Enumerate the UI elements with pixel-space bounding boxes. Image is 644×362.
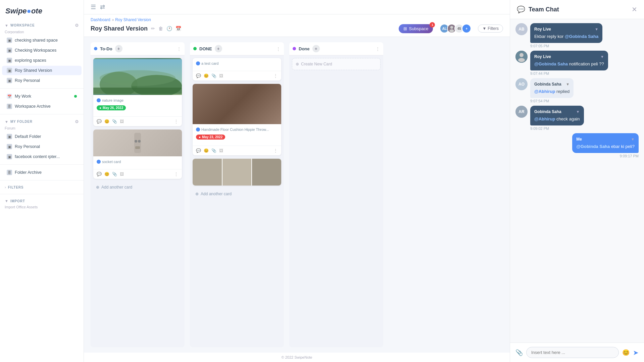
workspace-gear-icon[interactable]: ⚙ <box>75 23 79 28</box>
badge-text: May 23, 2022 <box>202 135 222 139</box>
column-more-icon[interactable]: ⋮ <box>276 46 281 51</box>
attach-icon[interactable]: 📎 <box>112 172 117 176</box>
sender-name: Gobinda Saha <box>534 109 561 115</box>
sidebar-item-roy-personal-2[interactable]: ▣ Roy Personal ··· <box>2 142 82 151</box>
add-card-todo[interactable]: ⊕ Add another card <box>93 182 182 192</box>
card-socket[interactable]: socket card 💬 😊 📎 🖼 ⋮ <box>93 130 182 179</box>
card-footer: 💬 😊 📎 🖼 ⋮ <box>93 116 182 126</box>
attach-icon[interactable]: 📎 <box>112 119 117 124</box>
sidebar-item-folder-archive[interactable]: 🗄 Folder Archive <box>2 168 82 177</box>
timestamp-2: 9:07:44 PM <box>530 71 608 75</box>
bubble-chevron[interactable]: ▼ <box>576 109 580 114</box>
more-icon[interactable]: ⋮ <box>273 148 278 153</box>
svg-rect-5 <box>93 88 182 94</box>
archive-icon: 🗄 <box>7 170 12 175</box>
bubble-chevron[interactable]: ▼ <box>631 137 635 142</box>
column-add-icon[interactable]: + <box>215 45 222 52</box>
folder-gear-icon[interactable]: ⚙ <box>75 119 79 124</box>
comment-icon[interactable]: 💬 <box>97 119 102 124</box>
import-section[interactable]: ▼ IMPORT <box>0 197 84 205</box>
emoji-icon[interactable]: 😊 <box>104 119 109 124</box>
emoji-icon[interactable]: 😊 <box>622 349 630 356</box>
svg-point-8 <box>135 140 137 143</box>
bubble-header: Roy Live ▼ <box>534 54 604 60</box>
calendar-icon[interactable]: 📅 <box>176 26 181 31</box>
chat-panel: 💬 Team Chat ✕ AB Roy Live ▼ Ekbar reply … <box>510 0 644 362</box>
clock-icon[interactable]: 🕐 <box>166 26 172 31</box>
send-icon[interactable]: ➤ <box>633 349 639 357</box>
board-header-area: Dashboard » Roy Shared Version Roy Share… <box>84 14 510 37</box>
sidebar-item-checking-workspaces[interactable]: ▣ Checking Workspaces ··· <box>2 46 82 55</box>
emoji-icon[interactable]: 😊 <box>204 73 209 78</box>
image-icon[interactable]: 🖼 <box>120 119 124 124</box>
image-icon[interactable]: 🖼 <box>219 73 223 78</box>
column-add-icon[interactable]: + <box>115 45 122 52</box>
image-icon[interactable]: 🖼 <box>120 172 124 176</box>
more-icon[interactable]: ⋮ <box>174 119 179 124</box>
divider <box>0 114 84 114</box>
sidebar-item-left: 📅 My Work <box>7 94 31 99</box>
card-tag-text: socket card <box>102 160 121 164</box>
attach-icon[interactable]: 📎 <box>211 73 216 78</box>
comment-icon[interactable]: 💬 <box>196 148 201 153</box>
workspace-section[interactable]: ▼ WORKSPACE ⚙ <box>0 21 84 30</box>
chat-bubble-1: Roy Live ▼ Ekbar reply kor @Gobinda Saha <box>530 23 602 43</box>
column-more-icon[interactable]: ⋮ <box>177 46 181 51</box>
column-more-icon[interactable]: ⋮ <box>376 46 380 51</box>
chat-input[interactable] <box>526 347 619 358</box>
card-nature-image[interactable]: nature image ● May 26, 2022 💬 😊 📎 🖼 <box>93 58 182 126</box>
comment-icon[interactable]: 💬 <box>97 172 102 176</box>
sidebar-item-roy-shared[interactable]: ▣ Roy Shared Version ··· <box>2 66 82 75</box>
attach-icon[interactable]: 📎 <box>515 349 523 356</box>
sidebar-item-my-work[interactable]: 📅 My Work <box>2 92 82 101</box>
bubble-chevron[interactable]: ▼ <box>566 82 569 87</box>
delete-icon[interactable]: 🗑 <box>158 26 163 31</box>
subspace-button[interactable]: ⊞ Subspace 1 <box>399 24 433 33</box>
edit-icon[interactable]: ✏ <box>151 26 155 31</box>
mention: @Gobinda Saha <box>534 61 568 66</box>
column-add-icon[interactable]: + <box>312 45 320 52</box>
close-icon[interactable]: ✕ <box>632 5 637 13</box>
sidebar-item-facebook[interactable]: ▣ facebook content rpter... ··· <box>2 152 82 161</box>
sidebar-item-roy-personal[interactable]: ▣ Roy Personal ··· <box>2 76 82 85</box>
card-nature-image-placeholder <box>93 58 182 95</box>
filter-button[interactable]: ▼ Filters <box>478 24 503 33</box>
create-label: Create New Card <box>301 62 332 66</box>
divider <box>0 180 84 180</box>
sidebar-item-archive[interactable]: 🗄 Workspace Archive <box>2 102 82 111</box>
sidebar-item-checking-shared-space[interactable]: ▣ checking shared space ··· <box>2 36 82 45</box>
image-icon[interactable]: 🖼 <box>219 148 223 153</box>
create-card-btn[interactable]: ⊕ Create New Card <box>292 58 381 70</box>
menu-icon[interactable]: ☰ <box>91 3 96 11</box>
card-grid[interactable] <box>193 159 281 186</box>
breadcrumb-page[interactable]: Roy Shared Version <box>115 17 151 22</box>
bubble-chevron[interactable]: ▼ <box>600 54 604 59</box>
card-handmade[interactable]: Handmade Floor Cushion Hippie Throw... ●… <box>193 84 281 155</box>
attach-icon[interactable]: 📎 <box>211 148 216 153</box>
breadcrumb-dashboard[interactable]: Dashboard <box>91 17 110 22</box>
svg-point-12 <box>519 53 524 57</box>
add-card-done[interactable]: ⊕ Add another card <box>193 189 281 199</box>
sidebar-item-exploring[interactable]: ▣ exploring spaces ··· <box>2 56 82 65</box>
sidebar-item-left: 🗄 Folder Archive <box>7 170 42 175</box>
import-chevron: ▼ <box>5 199 8 203</box>
refresh-icon[interactable]: ⇄ <box>100 3 105 11</box>
emoji-icon[interactable]: 😊 <box>104 172 109 176</box>
bubble-chevron[interactable]: ▼ <box>595 27 598 32</box>
logo-dot: ● <box>27 7 31 15</box>
card-test[interactable]: a test card 💬 😊 📎 🖼 ⋮ <box>193 58 281 81</box>
comment-icon[interactable]: 💬 <box>196 73 201 78</box>
column-dot <box>293 47 296 50</box>
avatar-col: AO <box>515 78 528 90</box>
my-folder-section[interactable]: ▼ MY FOLDER ⚙ <box>0 117 84 126</box>
filters-section[interactable]: › FILTERS <box>0 183 84 191</box>
sidebar-item-default-folder[interactable]: ▣ Default Folder ··· <box>2 132 82 141</box>
more-icon[interactable]: ⋮ <box>273 73 278 79</box>
chat-bubble-5: Me ▼ @Gobinda Saha ebar ki peli? <box>572 133 639 153</box>
breadcrumb-sep: » <box>112 17 115 22</box>
emoji-icon[interactable]: 😊 <box>204 148 209 153</box>
card-image-grid <box>193 159 281 186</box>
svg-point-9 <box>138 140 141 143</box>
card-tag: Handmade Floor Cushion Hippie Throw... <box>196 127 278 132</box>
more-icon[interactable]: ⋮ <box>174 171 179 177</box>
